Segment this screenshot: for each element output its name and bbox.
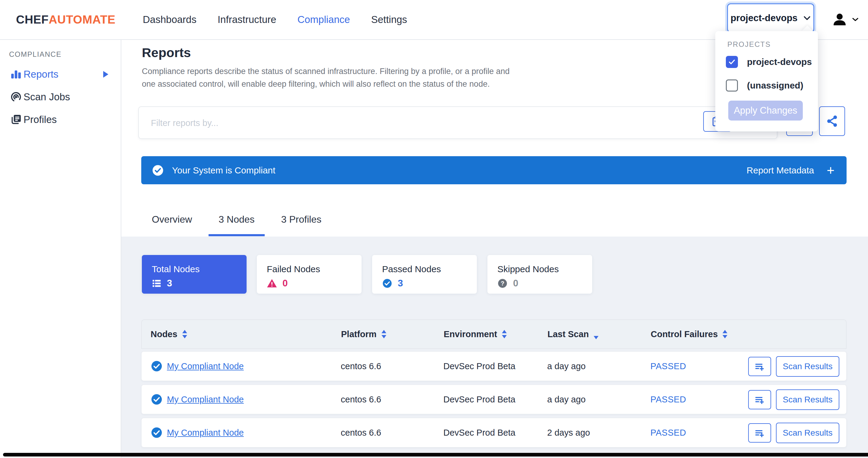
nav-compliance[interactable]: Compliance <box>297 14 350 25</box>
sidebar-item-label: Scan Jobs <box>24 91 70 103</box>
column-label: Last Scan <box>548 329 589 339</box>
platform-cell: centos 6.6 <box>341 352 381 381</box>
tab-nodes[interactable]: 3 Nodes <box>209 211 265 236</box>
control-failures-status: PASSED <box>650 418 686 447</box>
user-menu-button[interactable] <box>832 0 859 39</box>
project-option-unassigned[interactable]: (unassigned) <box>726 80 803 91</box>
column-header-platform[interactable]: Platform <box>341 320 386 348</box>
control-failures-status: PASSED <box>650 385 686 414</box>
node-name-link[interactable]: My Compliant Node <box>167 428 244 438</box>
column-header-nodes[interactable]: Nodes <box>151 320 187 348</box>
sort-icon <box>381 330 386 338</box>
environment-cell: DevSec Prod Beta <box>443 352 516 381</box>
checkbox-unchecked-icon[interactable] <box>726 80 738 91</box>
project-option-devops[interactable]: project-devops <box>726 56 812 68</box>
total-nodes-count: 3 <box>167 278 172 289</box>
table-row: My Compliant Node centos 6.6 DevSec Prod… <box>141 384 846 414</box>
bar-chart-icon <box>10 68 22 80</box>
node-name-link[interactable]: My Compliant Node <box>167 395 244 404</box>
page-title: Reports <box>142 45 191 60</box>
table-row: My Compliant Node centos 6.6 DevSec Prod… <box>141 351 846 381</box>
tab-overview[interactable]: Overview <box>142 211 202 236</box>
filter-reports-input[interactable] <box>150 107 695 139</box>
chef-automate-app: CHEFAUTOMATE Dashboards Infrastructure C… <box>0 0 868 458</box>
add-to-filter-button[interactable] <box>748 423 771 442</box>
node-status-check-seal-icon <box>151 418 163 447</box>
skipped-nodes-count: 0 <box>513 278 518 289</box>
logo-chef-text: CHEF <box>16 13 49 26</box>
tab-profiles[interactable]: 3 Profiles <box>271 211 331 236</box>
checkbox-checked-icon[interactable] <box>726 56 738 68</box>
platform-cell: centos 6.6 <box>341 418 381 447</box>
last-scan-cell: a day ago <box>547 385 586 414</box>
passed-nodes-card[interactable]: Passed Nodes 3 <box>372 255 477 294</box>
plus-icon: + <box>827 166 835 175</box>
list-plus-icon <box>754 428 765 438</box>
page-description-line2: one associated control, will enable deep… <box>142 78 510 90</box>
sort-icon <box>502 330 507 338</box>
project-selector-button[interactable]: project-devops <box>727 3 814 33</box>
share-icon <box>825 114 839 128</box>
control-failures-status: PASSED <box>650 352 686 381</box>
column-header-environment[interactable]: Environment <box>444 320 507 348</box>
sort-icon <box>722 330 727 338</box>
sidebar-item-profiles[interactable]: Profiles <box>0 108 120 131</box>
scan-results-button[interactable]: Scan Results <box>776 390 839 410</box>
sidebar-item-reports[interactable]: Reports <box>0 63 120 86</box>
total-nodes-card[interactable]: Total Nodes 3 <box>142 255 247 294</box>
list-plus-icon <box>754 361 765 372</box>
card-value: 3 <box>382 278 403 289</box>
window-edge-bar <box>3 453 868 457</box>
sidebar-item-scan-jobs[interactable]: Scan Jobs <box>0 86 120 109</box>
report-tabs: Overview 3 Nodes 3 Profiles <box>142 211 338 236</box>
column-label: Environment <box>444 329 497 339</box>
card-value: 3 <box>152 278 172 289</box>
environment-cell: DevSec Prod Beta <box>443 418 516 447</box>
nav-dashboards[interactable]: Dashboards <box>143 14 196 25</box>
column-label: Control Failures <box>651 329 718 339</box>
banner-status: Your System is Compliant <box>152 164 275 177</box>
sort-desc-icon <box>594 336 598 339</box>
node-status-check-seal-icon <box>151 352 163 381</box>
sidebar-section-label: COMPLIANCE <box>9 50 62 59</box>
main-nav: Dashboards Infrastructure Compliance Set… <box>143 0 407 39</box>
page-description: Compliance reports describe the status o… <box>142 65 510 90</box>
column-header-last-scan[interactable]: Last Scan <box>548 320 598 348</box>
apply-changes-button[interactable]: Apply Changes <box>728 101 803 120</box>
table-row: My Compliant Node centos 6.6 DevSec Prod… <box>141 418 846 448</box>
project-option-label: (unassigned) <box>747 80 803 91</box>
report-metadata-toggle[interactable]: Report Metadata + <box>747 165 835 175</box>
banner-status-text: Your System is Compliant <box>172 165 275 175</box>
page-description-line1: Compliance reports describe the status o… <box>142 65 510 78</box>
profiles-icon <box>10 114 22 126</box>
add-to-filter-button[interactable] <box>748 390 771 409</box>
last-scan-cell: a day ago <box>547 352 586 381</box>
share-button[interactable] <box>819 106 845 136</box>
sort-icon <box>182 330 187 338</box>
skipped-nodes-card[interactable]: Skipped Nodes ? 0 <box>488 255 592 294</box>
list-plus-icon <box>754 394 765 405</box>
last-scan-cell: 2 days ago <box>547 418 590 447</box>
arrow-right-icon <box>103 71 108 78</box>
report-metadata-label: Report Metadata <box>747 165 814 175</box>
scan-results-button[interactable]: Scan Results <box>776 356 839 377</box>
nav-infrastructure[interactable]: Infrastructure <box>218 14 276 25</box>
node-name-link[interactable]: My Compliant Node <box>167 361 244 371</box>
nav-settings[interactable]: Settings <box>371 14 407 25</box>
sidebar-item-label: Profiles <box>24 114 57 125</box>
card-value: ? 0 <box>497 278 518 289</box>
compliance-sidebar: COMPLIANCE Reports Scan Jobs <box>0 39 121 458</box>
user-avatar-icon <box>832 12 847 28</box>
column-label: Nodes <box>151 329 178 339</box>
check-circle-icon <box>152 164 164 177</box>
scan-results-button[interactable]: Scan Results <box>776 423 839 443</box>
question-circle-icon: ? <box>497 278 508 288</box>
add-to-filter-button[interactable] <box>748 357 771 376</box>
filter-bar <box>138 106 777 139</box>
platform-cell: centos 6.6 <box>341 385 381 414</box>
logo-automate-text: AUTOMATE <box>49 13 115 26</box>
project-selector-label: project-devops <box>731 13 797 24</box>
failed-nodes-card[interactable]: Failed Nodes 0 <box>257 255 362 294</box>
column-header-control-failures[interactable]: Control Failures <box>651 320 727 348</box>
chevron-down-icon <box>852 17 859 22</box>
